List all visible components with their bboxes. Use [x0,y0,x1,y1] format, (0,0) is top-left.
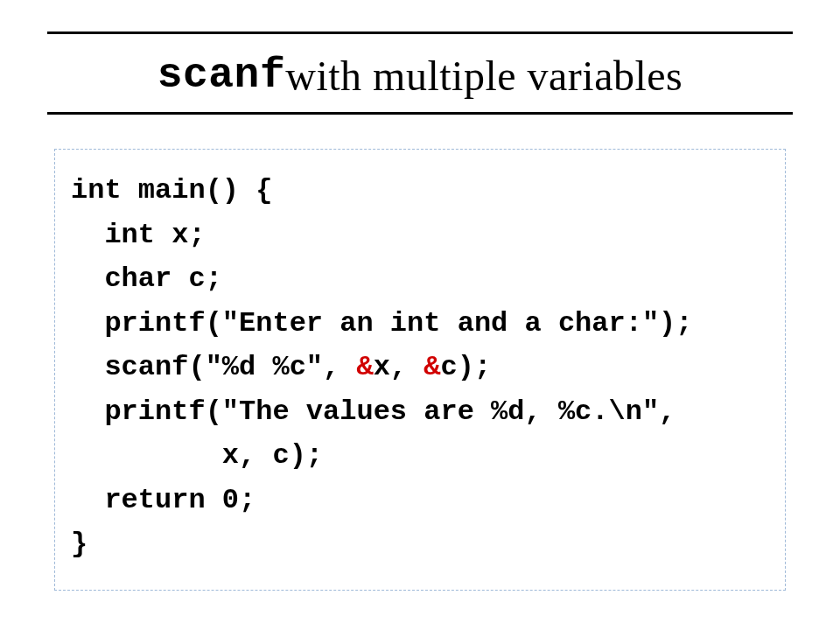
divider-bottom [47,112,793,115]
code-line-2: int x; [71,219,206,251]
code-line-6: printf("The values are %d, %c.\n", [71,396,676,428]
ampersand-2: & [424,351,440,383]
slide: scanf with multiple variables int main()… [0,0,840,630]
title-rest: with multiple variables [285,52,682,100]
code-line-4: printf("Enter an int and a char:"); [71,307,693,340]
slide-title: scanf with multiple variables [47,44,793,107]
code-block: int main() { int x; char c; printf("Ente… [71,169,769,567]
code-line-5c: c); [440,351,491,383]
divider-top [47,32,793,34]
code-line-8: return 0; [71,484,256,516]
code-line-3: char c; [71,262,222,295]
code-line-1: int main() { [71,174,272,206]
ampersand-1: & [356,351,373,383]
code-line-5a: scanf("%d %c", [71,351,356,383]
title-keyword: scanf [158,52,286,99]
code-line-9: } [71,528,88,560]
code-line-5b: x, [374,351,424,383]
code-line-7: x, c); [71,439,323,472]
code-box: int main() { int x; char c; printf("Ente… [54,149,786,591]
